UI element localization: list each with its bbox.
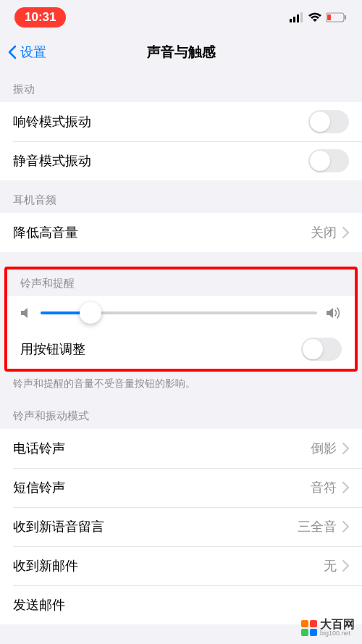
row-new-voicemail[interactable]: 收到新语音留言 三全音 [0,507,362,546]
row-label: 用按钮调整 [20,340,301,358]
section-header-headphone: 耳机音频 [0,180,362,213]
cellular-icon [290,12,304,22]
chevron-left-icon [7,45,17,59]
chevron-right-icon [342,227,349,238]
section-footer-ringer: 铃声和提醒的音量不受音量按钮的影响。 [0,372,362,396]
row-new-mail[interactable]: 收到新邮件 无 [0,546,362,585]
toggle-vibrate-on-ring[interactable] [308,110,349,133]
row-label: 收到新语音留言 [13,518,298,535]
svg-rect-0 [290,19,292,22]
svg-rect-2 [297,14,299,22]
watermark-text: 大百网 [320,619,355,630]
row-label: 短信铃声 [13,479,311,496]
row-vibrate-on-silent[interactable]: 静音模式振动 [0,141,362,180]
row-label: 静音模式振动 [13,152,308,170]
chevron-right-icon [342,521,349,532]
status-icons [290,12,348,22]
row-value: 倒影 [311,440,337,457]
row-ringer-volume [7,296,355,330]
chevron-right-icon [342,560,349,572]
row-value: 三全音 [298,518,337,535]
back-button[interactable]: 设置 [0,43,46,61]
volume-slider[interactable] [41,311,317,314]
watermark-logo-icon [301,620,317,636]
slider-thumb[interactable] [80,302,101,324]
row-label: 响铃模式振动 [13,113,308,130]
row-vibrate-on-ring[interactable]: 响铃模式振动 [0,102,362,141]
watermark: 大百网 big100.net [301,619,355,637]
chevron-right-icon [342,482,349,493]
row-reduce-loud-sounds[interactable]: 降低高音量 关闭 [0,213,362,252]
row-value: 关闭 [311,224,337,241]
row-label: 电话铃声 [13,440,311,457]
row-value: 无 [324,557,337,574]
row-change-with-buttons[interactable]: 用按钮调整 [7,330,355,369]
volume-high-icon [326,306,342,319]
battery-low-icon [326,12,348,22]
row-value: 音符 [311,479,337,496]
recording-time-pill: 10:31 [14,7,66,28]
highlight-annotation: 铃声和提醒 用按钮调整 [4,267,358,372]
svg-rect-5 [327,14,331,20]
svg-rect-1 [293,17,295,22]
toggle-vibrate-on-silent[interactable] [308,149,349,172]
svg-rect-6 [345,15,346,20]
page-title: 声音与触感 [147,43,216,62]
status-bar: 10:31 [0,0,362,35]
chevron-right-icon [342,443,349,454]
section-header-ringer: 铃声和提醒 [7,269,355,296]
section-header-vibrate: 振动 [0,70,362,102]
row-label: 收到新邮件 [13,557,324,574]
row-label: 降低高音量 [13,224,311,241]
wifi-icon [308,12,321,22]
row-text-tone[interactable]: 短信铃声 音符 [0,468,362,507]
navigation-bar: 设置 声音与触感 [0,35,362,70]
toggle-change-with-buttons[interactable] [301,338,342,361]
watermark-url: big100.net [320,630,355,637]
row-label: 发送邮件 [13,596,349,614]
volume-low-icon [20,306,32,319]
svg-rect-3 [300,12,303,22]
row-ringtone[interactable]: 电话铃声 倒影 [0,429,362,468]
section-header-sounds: 铃声和振动模式 [0,396,362,429]
back-label: 设置 [20,43,46,61]
